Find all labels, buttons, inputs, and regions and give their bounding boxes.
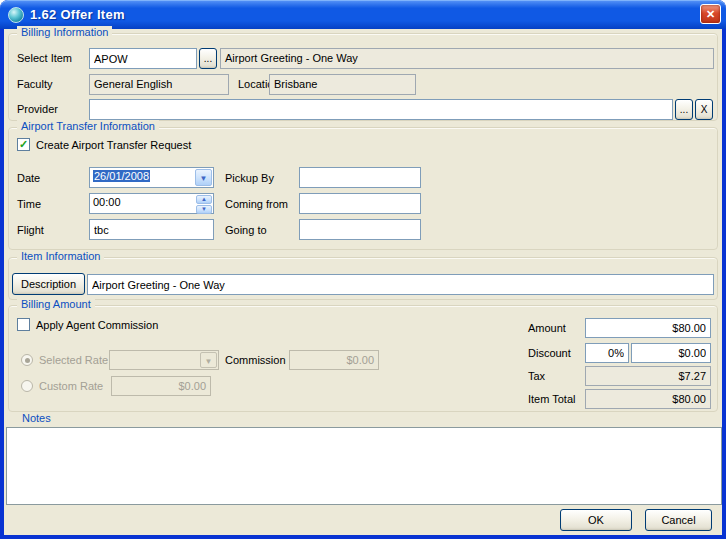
tax-label: Tax <box>528 370 545 382</box>
create-transfer-label: Create Airport Transfer Request <box>36 139 191 151</box>
coming-from-input[interactable] <box>299 193 421 214</box>
select-item-label: Select Item <box>17 52 72 64</box>
commission-display: $0.00 <box>289 350 379 370</box>
time-label: Time <box>17 198 41 210</box>
ok-button[interactable]: OK <box>560 509 632 531</box>
apply-commission-checkbox[interactable] <box>17 318 30 331</box>
date-label: Date <box>17 172 40 184</box>
going-to-input[interactable] <box>299 219 421 240</box>
titlebar[interactable]: 1.62 Offer Item <box>0 0 726 29</box>
faculty-label: Faculty <box>17 78 52 90</box>
time-spin-up-button[interactable]: ▲ <box>196 195 212 204</box>
coming-from-label: Coming from <box>225 198 288 210</box>
item-description-display: Airport Greeting - One Way <box>220 48 714 69</box>
amount-label: Amount <box>528 322 566 334</box>
selected-rate-value <box>110 351 199 369</box>
date-dropdown-icon[interactable]: ▼ <box>195 169 212 186</box>
billing-amount-group: Billing Amount Apply Agent Commission Se… <box>8 305 718 412</box>
notes-textarea[interactable] <box>6 427 722 505</box>
app-icon <box>8 7 24 23</box>
pickup-by-input[interactable] <box>299 167 421 188</box>
custom-rate-display: $0.00 <box>111 376 211 396</box>
time-spinner[interactable]: 00:00 ▲ ▼ <box>89 193 214 214</box>
billing-information-group: Billing Information Select Item ... Airp… <box>8 33 718 121</box>
create-transfer-checkbox[interactable]: ✓ <box>17 138 30 151</box>
tax-display: $7.27 <box>585 366 711 386</box>
custom-rate-radio <box>21 380 33 392</box>
date-value: 26/01/2008 <box>93 170 150 182</box>
check-icon: ✓ <box>18 139 29 150</box>
billing-information-legend: Billing Information <box>17 26 112 38</box>
selected-rate-select: ▼ <box>109 350 219 370</box>
close-button[interactable]: ✕ <box>700 4 721 24</box>
apply-commission-label: Apply Agent Commission <box>36 319 158 331</box>
pickup-by-label: Pickup By <box>225 172 274 184</box>
provider-input[interactable] <box>89 99 673 120</box>
time-spin-down-button[interactable]: ▼ <box>196 205 212 214</box>
amount-input[interactable] <box>585 318 711 338</box>
item-information-group: Item Information Description <box>8 257 718 300</box>
custom-rate-label: Custom Rate <box>39 380 103 392</box>
provider-browse-button[interactable]: ... <box>675 99 693 120</box>
selected-rate-radio <box>21 354 33 366</box>
time-value: 00:00 <box>90 194 195 213</box>
provider-label: Provider <box>17 103 58 115</box>
airport-transfer-legend: Airport Transfer Information <box>17 120 159 132</box>
faculty-display: General English <box>89 74 229 95</box>
billing-amount-legend: Billing Amount <box>17 298 95 310</box>
discount-percent-input[interactable] <box>585 343 629 363</box>
item-information-legend: Item Information <box>17 250 104 262</box>
flight-input[interactable] <box>89 219 214 240</box>
offer-item-dialog: 1.62 Offer Item ✕ Billing Information Se… <box>0 0 726 539</box>
dialog-content: Billing Information Select Item ... Airp… <box>4 29 722 535</box>
notes-legend: Notes <box>22 412 51 424</box>
description-input[interactable] <box>87 274 714 295</box>
provider-clear-button[interactable]: X <box>695 99 713 120</box>
selected-rate-label: Selected Rate <box>39 354 108 366</box>
discount-label: Discount <box>528 347 571 359</box>
selected-rate-dropdown-icon: ▼ <box>200 352 217 368</box>
radio-dot-icon <box>25 358 30 363</box>
close-icon: ✕ <box>706 8 715 20</box>
airport-transfer-group: Airport Transfer Information ✓ Create Ai… <box>8 127 718 250</box>
flight-label: Flight <box>17 224 44 236</box>
description-button[interactable]: Description <box>12 273 85 295</box>
discount-amount-input[interactable] <box>631 343 711 363</box>
going-to-label: Going to <box>225 224 267 236</box>
window-title: 1.62 Offer Item <box>30 7 125 22</box>
date-select[interactable]: 26/01/2008 ▼ <box>89 167 214 188</box>
item-total-display: $80.00 <box>585 389 711 409</box>
item-total-label: Item Total <box>528 393 576 405</box>
commission-label: Commission <box>225 354 286 366</box>
select-item-browse-button[interactable]: ... <box>199 48 217 69</box>
cancel-button[interactable]: Cancel <box>645 509 712 531</box>
location-display: Brisbane <box>269 74 416 95</box>
select-item-input[interactable] <box>89 48 197 69</box>
